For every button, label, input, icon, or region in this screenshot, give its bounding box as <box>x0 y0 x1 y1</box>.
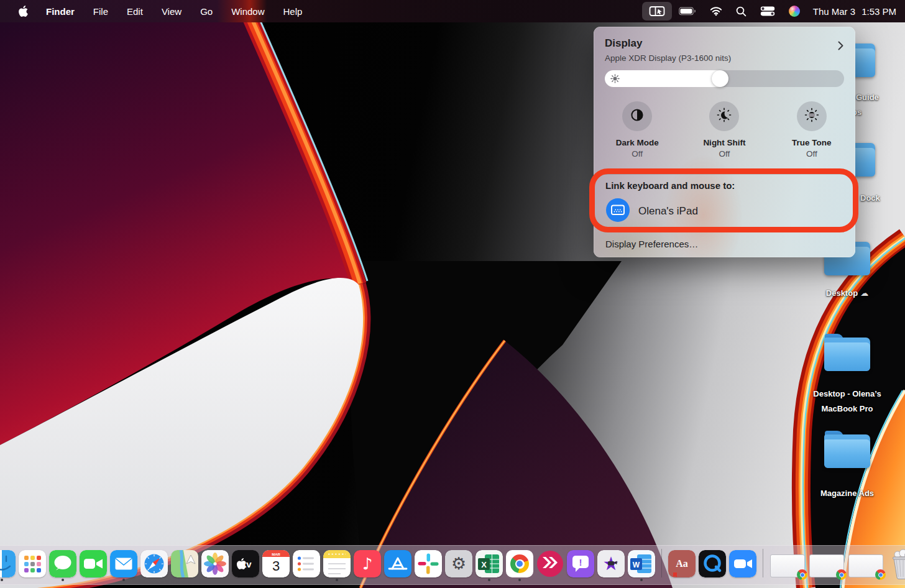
dock-app-mail[interactable] <box>109 550 138 581</box>
display-link-icon[interactable] <box>642 2 672 21</box>
dock-app-notes[interactable] <box>323 550 351 581</box>
excel-icon: X <box>475 550 503 577</box>
toggle-true-tone[interactable]: True Tone Off <box>768 101 855 158</box>
menu-finder[interactable]: Finder <box>37 6 84 17</box>
trash-icon[interactable] <box>886 549 905 581</box>
menu-view[interactable]: View <box>152 6 191 17</box>
dock-app-quicktime[interactable] <box>698 550 727 581</box>
dock: tvMAR3♪⚙X!★WAa <box>0 545 905 585</box>
dock-app-system-preferences[interactable]: ⚙ <box>444 550 473 581</box>
svg-text:MAR: MAR <box>272 553 280 556</box>
running-indicator <box>518 579 521 581</box>
menu-bar-clock[interactable]: Thu Mar 31:53 PM <box>807 6 896 17</box>
svg-text:X: X <box>481 560 487 569</box>
dock-app-photos[interactable] <box>201 550 229 581</box>
svg-text:tv: tv <box>243 559 252 569</box>
running-indicator <box>457 579 460 581</box>
dock-app-imovie[interactable]: ★ <box>597 550 625 581</box>
running-indicator <box>122 579 125 581</box>
menu-bar: FinderFileEditViewGoWindowHelp Thu Mar 3… <box>0 0 905 22</box>
dock-app-apple-tv[interactable]: tv <box>231 550 260 581</box>
night-shift-icon <box>717 108 732 125</box>
minimized-chrome-window[interactable] <box>769 554 806 581</box>
menu-go[interactable]: Go <box>191 6 222 17</box>
slack-icon <box>415 550 442 577</box>
display-popover: Display Apple XDR Display (P3-1600 nits)… <box>594 27 855 257</box>
running-indicator <box>62 579 64 581</box>
toggle-dark-mode[interactable]: Dark Mode Off <box>594 101 681 158</box>
apple-menu[interactable] <box>10 6 37 17</box>
dock-app-zoom[interactable] <box>728 550 757 581</box>
running-indicator <box>92 579 94 581</box>
running-indicator <box>336 579 338 581</box>
messages-icon <box>49 550 76 577</box>
photos-icon <box>201 550 229 577</box>
control-center-icon[interactable] <box>753 2 782 21</box>
running-indicator <box>742 579 744 581</box>
desktop-folder-magazine-ads[interactable] <box>824 434 870 468</box>
dock-app-chrome[interactable] <box>505 550 534 581</box>
running-indicator <box>488 579 490 581</box>
facetime-icon <box>80 550 107 577</box>
chevron-right-icon[interactable] <box>837 40 844 53</box>
dock-app-dictionary[interactable]: Aa <box>668 550 696 581</box>
dock-app-music[interactable]: ♪ <box>353 550 382 581</box>
svg-text:W: W <box>633 561 640 569</box>
system-preferences-icon: ⚙ <box>445 550 472 577</box>
dock-app-word[interactable]: W <box>627 550 656 581</box>
dock-app-calendar[interactable]: MAR3 <box>262 550 290 581</box>
running-indicator <box>549 579 551 581</box>
minimized-chrome-window[interactable] <box>808 554 845 581</box>
menu-file[interactable]: File <box>84 6 117 17</box>
menu-window[interactable]: Window <box>222 6 273 17</box>
desktop-folder-desktop-olena-s[interactable] <box>824 338 870 371</box>
search-icon[interactable] <box>729 2 753 21</box>
toggle-night-shift[interactable]: Night Shift Off <box>681 101 768 158</box>
brightness-slider-knob[interactable] <box>712 70 728 87</box>
display-preferences-button[interactable]: Display Preferences… <box>605 239 698 249</box>
word-icon: W <box>628 550 655 577</box>
dock-divider <box>661 549 662 577</box>
desktop-folder-label: Desktop - Olena’s <box>797 389 897 398</box>
window-thumbnail <box>770 554 805 577</box>
dock-app-app-store[interactable] <box>384 550 412 581</box>
icloud-status-icon: ☁ <box>858 288 868 298</box>
toggle-label: Dark Mode <box>616 138 659 147</box>
wifi-icon[interactable] <box>703 2 729 21</box>
battery-icon[interactable] <box>672 2 703 21</box>
app-store-icon <box>384 550 411 577</box>
zoom-icon <box>729 550 756 577</box>
true-tone-icon <box>804 108 819 125</box>
running-indicator <box>275 579 277 581</box>
dock-app-maps[interactable] <box>170 550 199 581</box>
dock-app-safari[interactable] <box>140 550 168 581</box>
minimized-chrome-window[interactable] <box>847 554 884 581</box>
dock-app-alert-bubble-app[interactable]: ! <box>566 550 595 581</box>
desktop-folder-label: Dock <box>860 193 880 203</box>
dock-app-facetime[interactable] <box>79 550 108 581</box>
menu-edit[interactable]: Edit <box>117 6 152 17</box>
separator <box>605 232 844 232</box>
desktop-folder-label: Desktop ☁ <box>797 288 897 298</box>
chrome-badge-icon <box>836 569 847 580</box>
siri-icon[interactable] <box>782 2 807 21</box>
brightness-slider[interactable] <box>605 70 844 87</box>
window-thumbnail <box>848 554 883 577</box>
running-indicator <box>397 579 399 581</box>
calendar-icon: MAR3 <box>262 550 290 577</box>
dock-app-finder[interactable] <box>0 550 16 581</box>
apple-tv-icon: tv <box>232 550 259 577</box>
svg-text:♪: ♪ <box>362 554 373 573</box>
running-indicator <box>640 579 643 581</box>
dock-app-skitch[interactable] <box>536 550 564 581</box>
running-indicator <box>31 579 34 581</box>
link-device-row[interactable]: Olena's iPad <box>606 198 698 224</box>
dock-app-excel[interactable]: X <box>475 550 503 581</box>
dock-app-slack[interactable] <box>414 550 443 581</box>
dock-app-launchpad[interactable] <box>18 550 47 581</box>
menu-help[interactable]: Help <box>274 6 312 17</box>
dock-app-reminders[interactable] <box>292 550 321 581</box>
dock-app-messages[interactable] <box>48 550 77 581</box>
link-device-name: Olena's iPad <box>638 205 698 218</box>
separator <box>605 174 844 175</box>
